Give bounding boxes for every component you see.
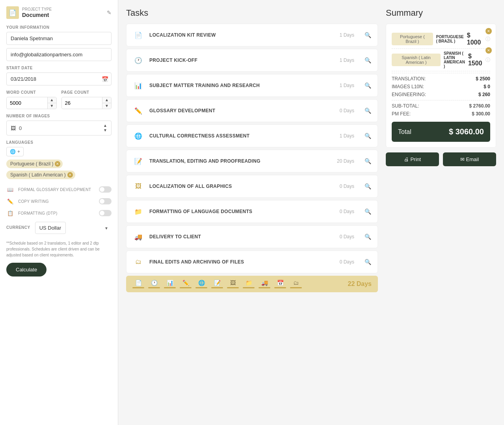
task-name-5: TRANSLATION, EDITING AND PROOFREADING bbox=[149, 158, 331, 164]
images-stepper: ▲ ▼ bbox=[103, 123, 107, 133]
add-language-button[interactable]: 🌐 + bbox=[6, 147, 24, 156]
task-name-1: PROJECT KICK-OFF bbox=[149, 58, 334, 63]
engineering-label: ENGINEERING: bbox=[392, 92, 426, 97]
images-value: 0 bbox=[19, 125, 22, 131]
task-search-icon-4[interactable]: 🔍 bbox=[365, 133, 371, 139]
calculate-button[interactable]: Calculate bbox=[6, 263, 46, 277]
email-input[interactable] bbox=[6, 48, 112, 61]
task-days-7: 0 Days bbox=[340, 209, 354, 214]
page-count-up[interactable]: ▲ bbox=[102, 97, 111, 103]
task-search-icon-6[interactable]: 🔍 bbox=[365, 183, 371, 189]
start-date-section: START DATE 📅 bbox=[6, 66, 112, 85]
task-search-icon-9[interactable]: 🔍 bbox=[365, 259, 371, 265]
lang-price-0: $ 1000 bbox=[467, 32, 483, 46]
close-lang-0[interactable]: ✕ bbox=[485, 28, 492, 34]
task-item: 📄 LOCALIZATION KIT REVIEW 1 Days 🔍 bbox=[126, 24, 378, 46]
task-search-icon-1[interactable]: 🔍 bbox=[365, 57, 371, 63]
word-count-down[interactable]: ▼ bbox=[48, 103, 56, 109]
print-button[interactable]: 🖨 Print bbox=[386, 152, 439, 166]
summary-title: Summary bbox=[386, 8, 496, 18]
task-search-icon-5[interactable]: 🔍 bbox=[365, 158, 371, 164]
task-icon-4: 🌐 bbox=[133, 130, 144, 141]
timeline-icon-item: 🗂 bbox=[290, 280, 302, 288]
timeline-icon-item: 🕐 bbox=[148, 280, 160, 288]
task-item: 🖼 LOCALIZATION OF ALL GRAPHICS 0 Days 🔍 bbox=[126, 175, 378, 198]
word-count-stepper: ▲ ▼ bbox=[47, 97, 56, 109]
task-name-8: DELIVERY TO CLIENT bbox=[149, 234, 334, 239]
engineering-value: $ 260 bbox=[478, 92, 490, 97]
task-icon-3: ✏️ bbox=[133, 105, 144, 116]
edit-button[interactable]: ✎ bbox=[107, 9, 112, 16]
translation-value: $ 2500 bbox=[476, 76, 490, 82]
timeline-icon-item: 🌐 bbox=[195, 280, 207, 288]
task-icon-5: 📝 bbox=[133, 156, 144, 167]
task-search-icon-8[interactable]: 🔍 bbox=[365, 234, 371, 240]
task-icon-2: 📊 bbox=[133, 80, 144, 91]
lang-tag-label-es-la: Spanish ( Latin American ) bbox=[10, 172, 66, 178]
add-lang-label: + bbox=[17, 149, 20, 154]
word-count-up[interactable]: ▲ bbox=[48, 97, 56, 103]
task-days-1: 1 Days bbox=[340, 58, 354, 63]
tasks-panel: Tasks 📄 LOCALIZATION KIT REVIEW 1 Days 🔍… bbox=[126, 8, 378, 292]
close-lang-1[interactable]: ✕ bbox=[485, 47, 492, 54]
word-count-wrapper: ▲ ▼ bbox=[6, 97, 57, 109]
task-search-icon-0[interactable]: 🔍 bbox=[365, 32, 371, 38]
images-l10n-label: IMAGES L10N: bbox=[392, 84, 424, 89]
currency-select[interactable]: US Dollar Euro GBP bbox=[35, 222, 66, 234]
task-item: 🗂 FINAL EDITS AND ARCHIVING OF FILES 0 D… bbox=[126, 251, 378, 273]
line-item-images: IMAGES L10N: $ 0 bbox=[392, 83, 490, 91]
images-up[interactable]: ▲ bbox=[103, 123, 107, 128]
formatting-icon: 📋 bbox=[6, 209, 14, 217]
images-l10n-value: $ 0 bbox=[484, 84, 490, 89]
project-type-value: Document bbox=[22, 12, 49, 18]
info-icon-1: ⓘ bbox=[485, 57, 490, 63]
lang-price-row-1: ✕ Spanish ( Latin American ) SPANISH ( L… bbox=[392, 49, 490, 71]
page-count-group: PAGE COUNT ▲ ▼ bbox=[61, 90, 112, 109]
page-count-input[interactable] bbox=[62, 98, 102, 108]
your-information-section: YOUR INFORMATION bbox=[6, 25, 112, 61]
task-icon-0: 📄 bbox=[133, 30, 144, 41]
lang-code-0: PORTUGUESE ( BRAZIL ) bbox=[436, 35, 464, 43]
email-button[interactable]: ✉ Email bbox=[443, 152, 496, 166]
task-item: 🌐 CULTURAL CORRECTNESS ASSESSMENT 1 Days… bbox=[126, 124, 378, 147]
lang-icon: 🌐 bbox=[10, 149, 16, 154]
toggle-rows: 📖 FORMAL GLOSSARY DEVELOPMENT ✏️ COPY WR… bbox=[6, 186, 112, 217]
copywriting-icon: ✏️ bbox=[6, 197, 14, 205]
images-down[interactable]: ▼ bbox=[103, 128, 107, 133]
formatting-toggle[interactable] bbox=[99, 210, 112, 216]
task-icon-6: 🖼 bbox=[133, 181, 144, 192]
name-input[interactable] bbox=[6, 32, 112, 45]
glossary-toggle[interactable] bbox=[99, 186, 112, 193]
copywriting-toggle[interactable] bbox=[99, 198, 112, 204]
toggle-copywriting: ✏️ COPY WRITING bbox=[6, 197, 112, 205]
copywriting-label: COPY WRITING bbox=[18, 199, 95, 204]
date-wrapper: 📅 bbox=[6, 72, 112, 85]
divider-1 bbox=[392, 73, 490, 73]
subtotal-label: SUB-TOTAL: bbox=[392, 103, 419, 109]
task-days-8: 0 Days bbox=[340, 234, 354, 239]
task-item: 📁 FORMATTING OF LANGUAGE DOCUMENTS 0 Day… bbox=[126, 200, 378, 223]
images-row: 🖼 0 ▲ ▼ bbox=[6, 121, 112, 135]
task-search-icon-7[interactable]: 🔍 bbox=[365, 208, 371, 215]
translation-label: TRANSLATION: bbox=[392, 76, 426, 82]
task-search-icon-2[interactable]: 🔍 bbox=[365, 82, 371, 89]
timeline-icon-item: 📅 bbox=[274, 280, 286, 288]
tasks-title: Tasks bbox=[126, 8, 378, 18]
task-item: 🕐 PROJECT KICK-OFF 1 Days 🔍 bbox=[126, 49, 378, 72]
timeline-icon-item: 📊 bbox=[164, 280, 176, 288]
remove-lang-pt-br[interactable]: ✕ bbox=[55, 161, 60, 167]
subtotal-row: SUB-TOTAL: $ 2760.00 bbox=[392, 102, 490, 110]
currency-row: CURRENCY US Dollar Euro GBP bbox=[6, 222, 112, 234]
task-icon-1: 🕐 bbox=[133, 55, 144, 66]
word-count-input[interactable] bbox=[7, 98, 47, 108]
word-count-group: WORD COUNT ▲ ▼ bbox=[6, 90, 57, 109]
page-count-down[interactable]: ▼ bbox=[102, 103, 111, 109]
task-days-5: 20 Days bbox=[337, 158, 354, 164]
task-search-icon-3[interactable]: 🔍 bbox=[365, 108, 371, 114]
action-buttons: 🖨 Print ✉ Email bbox=[386, 152, 496, 166]
remove-lang-es-la[interactable]: ✕ bbox=[67, 172, 73, 178]
start-date-input[interactable] bbox=[6, 72, 112, 85]
page-count-stepper: ▲ ▼ bbox=[102, 97, 111, 109]
info-icon-0: ⓘ bbox=[485, 36, 490, 43]
line-item-engineering: ENGINEERING: $ 260 bbox=[392, 91, 490, 98]
